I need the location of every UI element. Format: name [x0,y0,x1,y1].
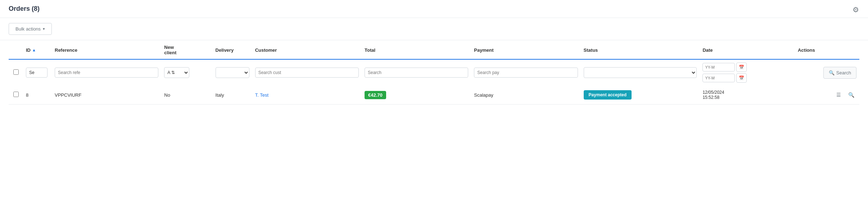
col-header-actions: Actions [795,40,859,59]
date-from-input[interactable] [702,63,735,72]
date-to-row: 📅 [702,73,792,83]
calendar-icon: 📅 [739,65,744,70]
row-status: Payment accepted [581,86,700,105]
zoom-icon: 🔍 [848,92,854,98]
select-all-checkbox[interactable] [13,69,19,75]
row-delivery: Italy [213,86,252,105]
filter-new-client-cell: A ⇅ Yes No [161,59,212,86]
col-header-reference: Reference [52,40,161,59]
row-date: 12/05/202415:52:58 [700,86,795,105]
filter-status-select[interactable] [584,67,697,78]
status-badge: Payment accepted [584,90,632,100]
gear-icon: ⚙ [853,6,859,14]
row-total: €42.70 [362,86,471,105]
row-checkbox-cell [9,86,23,105]
search-button[interactable]: 🔍 Search [823,67,856,79]
table-header-row: ID ▲ Reference New client Delivery Custo… [9,40,859,59]
calendar-to-button[interactable]: 📅 [736,73,747,83]
filter-customer-input[interactable] [255,68,359,78]
row-actions: ☰ 🔍 [795,86,859,105]
id-sort-indicator: ID ▲ [26,47,36,53]
table-body: 8 VPPCVIURF No Italy T. Test €42.70 Scal… [9,86,859,105]
filter-customer-cell [252,59,362,86]
filter-search-cell: 🔍 Search [795,59,859,86]
total-badge: €42.70 [365,91,386,99]
filter-date-cell: 📅 📅 [700,59,795,86]
calendar-icon-2: 📅 [739,75,744,80]
settings-button[interactable]: ⚙ [852,5,859,13]
date-filter-stack: 📅 📅 [702,63,792,83]
col-id-label: ID [26,47,31,53]
col-header-payment: Payment [471,40,580,59]
date-to-input[interactable] [702,74,735,82]
list-icon: ☰ [836,92,841,98]
bulk-actions-button[interactable]: Bulk actions ▾ [9,23,52,35]
filter-delivery-cell [213,59,252,86]
row-list-button[interactable]: ☰ [834,91,843,99]
col-header-customer: Customer [252,40,362,59]
actions-cell: ☰ 🔍 [798,91,856,99]
toolbar: Bulk actions ▾ [0,18,868,40]
bulk-actions-label: Bulk actions [15,26,41,32]
filter-new-client-select[interactable]: A ⇅ Yes No [164,67,189,78]
date-from-row: 📅 [702,63,792,72]
row-reference: VPPCVIURF [52,86,161,105]
page-header: Orders (8) ⚙ [0,0,868,18]
search-button-label: Search [836,70,851,75]
col-header-checkbox [9,40,23,59]
filter-checkbox-cell [9,59,23,86]
row-payment: Scalapay [471,86,580,105]
row-customer: T. Test [252,86,362,105]
table-filter-row: A ⇅ Yes No [9,59,859,86]
table-container: ID ▲ Reference New client Delivery Custo… [0,40,868,105]
sort-arrow-icon: ▲ [32,48,36,52]
filter-total-input[interactable] [365,68,468,78]
filter-id-input[interactable] [26,68,48,78]
row-id: 8 [23,86,52,105]
filter-reference-input[interactable] [55,68,158,78]
table-row: 8 VPPCVIURF No Italy T. Test €42.70 Scal… [9,86,859,105]
filter-id-cell [23,59,52,86]
chevron-down-icon: ▾ [43,27,45,31]
page-title: Orders (8) [9,5,40,13]
customer-link[interactable]: T. Test [255,92,268,98]
orders-table: ID ▲ Reference New client Delivery Custo… [9,40,859,105]
col-header-id[interactable]: ID ▲ [23,40,52,59]
page-container: Orders (8) ⚙ Bulk actions ▾ ID ▲ [0,0,868,207]
filter-reference-cell [52,59,161,86]
col-header-date: Date [700,40,795,59]
calendar-from-button[interactable]: 📅 [736,63,747,72]
filter-total-cell [362,59,471,86]
filter-payment-input[interactable] [474,68,578,78]
col-header-status: Status [581,40,700,59]
col-header-new-client: New client [161,40,212,59]
col-header-total: Total [362,40,471,59]
filter-delivery-select[interactable] [216,67,249,78]
row-checkbox[interactable] [13,92,19,97]
search-icon: 🔍 [829,70,835,75]
row-new-client: No [161,86,212,105]
filter-status-cell [581,59,700,86]
filter-payment-cell [471,59,580,86]
date-value: 12/05/202415:52:58 [702,90,792,100]
col-header-delivery: Delivery [213,40,252,59]
row-zoom-button[interactable]: 🔍 [846,91,856,99]
